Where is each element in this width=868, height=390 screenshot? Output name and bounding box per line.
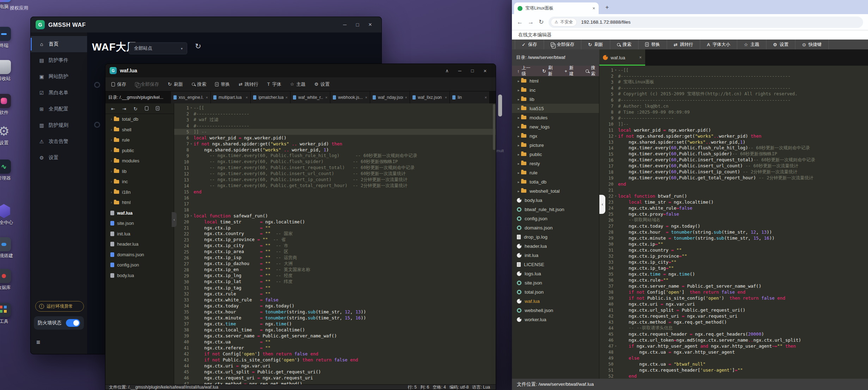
pin-top-icon[interactable]: ∧ <box>441 66 453 76</box>
site-select[interactable]: 全部站点 ▾ <box>129 42 187 54</box>
tree-file-waf.lua[interactable]: waf.lua <box>105 208 174 218</box>
tree-file-header.lua[interactable]: header.lua <box>512 241 599 251</box>
desktop-icon-database[interactable]: 数据库 <box>0 269 14 291</box>
tree-folder-public[interactable]: ▸public <box>512 150 599 159</box>
desktop-icon-tools[interactable]: 工具 <box>0 303 14 325</box>
desktop-icon-manager[interactable]: 管理器 <box>0 160 14 181</box>
toolbar-hotkeys-button[interactable]: ⊙快捷键 <box>795 40 829 49</box>
maximize-icon[interactable]: □ <box>351 20 364 30</box>
tree-plus-button[interactable]: +新建 <box>564 66 577 77</box>
toolbar-gear-button[interactable]: ⚙设置 <box>766 40 796 49</box>
tree-file-init.lua[interactable]: init.lua <box>512 251 599 260</box>
tab-close-icon[interactable]: × <box>405 95 407 100</box>
tree-file-config.json[interactable]: config.json <box>512 214 599 223</box>
security-chip[interactable]: ⚠ 不安全 <box>551 18 577 26</box>
tree-folder-lib[interactable]: ›lib <box>105 166 174 177</box>
sidebar-item-events[interactable]: ▤防护事件 <box>31 52 87 68</box>
tree-folder-inc[interactable]: ›inc <box>105 176 174 187</box>
tree-file-btwaf_rule_hit.json[interactable]: btwaf_rule_hit.json <box>512 205 599 214</box>
toolbar-refresh-button[interactable]: ↻刷新 <box>168 81 183 88</box>
tree-folder-html[interactable]: ▸html <box>512 76 599 85</box>
tab-close-icon[interactable]: × <box>206 95 208 100</box>
tree-folder-modules[interactable]: ›modules <box>105 156 174 166</box>
scrollbar-thumb[interactable] <box>493 104 495 150</box>
tree-refresh-button[interactable]: ↻ <box>134 106 137 112</box>
tree-folder-lib[interactable]: ▸lib <box>512 95 599 104</box>
code-editor[interactable]: 1▾--[[2#--------------------3# waf 过滤4#-… <box>174 103 496 384</box>
tree-file-drop_ip.log[interactable]: drop_ip.log <box>512 232 599 241</box>
desktop-icon-env-build[interactable]: 环境搭建 <box>0 237 14 259</box>
runtime-warning-badge[interactable]: ! 运行环境异常 <box>35 301 84 312</box>
file-tab[interactable]: xss_engine.l...× <box>171 91 211 103</box>
tree-folder-rule[interactable]: ▸rule <box>512 168 599 177</box>
tree-collapse-handle[interactable]: ‹ <box>599 195 605 214</box>
file-tab[interactable]: webhook.js...× <box>330 91 370 103</box>
desktop-icon-settings[interactable]: 设置 <box>0 124 14 146</box>
file-tab[interactable]: waf_llxz.json× <box>410 91 450 103</box>
desktop-icon-security-center[interactable]: 安全中心 <box>0 204 14 226</box>
tree-file-body.lua[interactable]: body.lua <box>105 270 174 281</box>
url-text[interactable]: 192.168.1.72:8888/files <box>581 19 630 25</box>
tab-close-icon[interactable]: × <box>445 95 447 100</box>
tree-indent-l-button[interactable]: ⇤ <box>111 106 115 112</box>
firewall-toggle[interactable] <box>66 319 80 327</box>
toolbar-theme-button[interactable]: ☆主题 <box>737 40 766 49</box>
tree-folder-total_db[interactable]: ›total_db <box>105 114 174 125</box>
tree-folder-picture[interactable]: ▸picture <box>512 140 599 150</box>
tree-folder-html[interactable]: ›html <box>105 197 174 208</box>
tree-file-init.lua[interactable]: init.lua <box>105 229 174 239</box>
sidebar-item-rules[interactable]: ▥防护规则 <box>31 117 87 133</box>
tree-folder-ngx[interactable]: ▸ngx <box>512 131 599 140</box>
sidebar-item-site-shield[interactable]: ▣网站防护 <box>31 68 87 85</box>
tree-file-body.lua[interactable]: body.lua <box>512 196 599 205</box>
toolbar-replace-button[interactable]: 替换 <box>215 81 230 88</box>
minimize-icon[interactable]: ─ <box>338 20 351 30</box>
tree-file-site.json[interactable]: site.json <box>105 218 174 229</box>
toolbar-check-button[interactable]: ✓保存 <box>515 40 544 49</box>
browser-tab[interactable]: 宝塔Linux面板 × <box>514 2 599 14</box>
tree-file-header.lua[interactable]: header.lua <box>105 239 174 250</box>
tab-close-icon[interactable]: × <box>365 95 367 100</box>
back-icon[interactable]: ← <box>517 19 523 26</box>
toolbar-refresh-button[interactable]: ↻刷新 <box>581 40 610 49</box>
tree-file-waf.lua[interactable]: waf.lua <box>512 296 599 306</box>
tree-folder-public[interactable]: ›public <box>105 145 174 156</box>
tree-new-file-button[interactable] <box>145 106 148 112</box>
code-editor[interactable]: 1▾--[[2#--------------------------------… <box>599 66 868 379</box>
tree-file-logs.lua[interactable]: logs.lua <box>512 269 599 278</box>
tree-new-folder-button[interactable] <box>156 106 159 112</box>
tree-collapse-handle[interactable]: ‹ <box>172 212 177 227</box>
tree-file-site.json[interactable]: site.json <box>512 278 599 287</box>
tree-file-domains.json[interactable]: domains.json <box>512 223 599 232</box>
desktop-icon-terminal[interactable]: 终端 <box>0 27 14 49</box>
tab-close-icon[interactable]: × <box>592 6 595 11</box>
sidebar-item-bw-list[interactable]: ☑黑白名单 <box>31 85 87 101</box>
toolbar-theme-button[interactable]: ☆主题 <box>290 81 306 88</box>
close-icon[interactable]: × <box>364 20 377 30</box>
file-tab[interactable]: waf_white_r...× <box>291 91 330 103</box>
file-tab[interactable]: multipart.lua× <box>211 91 251 103</box>
maximize-icon[interactable]: □ <box>466 66 479 76</box>
refresh-button[interactable]: ↻ <box>195 42 201 50</box>
tree-file-LICENSE[interactable]: LICENSE <box>512 260 599 269</box>
close-icon[interactable]: × <box>479 66 491 76</box>
toolbar-save-button[interactable]: 保存 <box>111 81 126 88</box>
tab-close-icon[interactable]: × <box>485 95 487 100</box>
tree-folder-rule[interactable]: ›rule <box>105 135 174 145</box>
tree-search-button[interactable]: 搜索 <box>586 66 599 77</box>
tab-close-icon[interactable]: × <box>286 95 288 100</box>
toolbar-gear-button[interactable]: ⚙设置 <box>314 81 330 88</box>
desktop-icon-software[interactable]: 软件 <box>0 94 14 116</box>
toolbar-save-all-button[interactable]: 全部保存 <box>544 40 581 49</box>
toolbar-search-button[interactable]: 搜索 <box>192 81 206 88</box>
tree-folder-webshell_total[interactable]: ▸webshell_total <box>512 186 599 196</box>
tree-folder-totla_db[interactable]: ▸totla_db <box>512 177 599 186</box>
tab-close-icon[interactable]: × <box>246 95 248 100</box>
file-tab[interactable]: waf_nday.json× <box>370 91 410 103</box>
tree-file-total.json[interactable]: total.json <box>512 287 599 296</box>
tree-folder-new_logs[interactable]: ▸new_logs <box>512 122 599 131</box>
sidebar-item-gear[interactable]: ⚙设置 <box>31 150 87 166</box>
toolbar-font-button[interactable]: T字体 <box>267 81 281 88</box>
tree-file-config.json[interactable]: config.json <box>105 260 174 270</box>
reload-icon[interactable]: ↻ <box>539 18 544 26</box>
